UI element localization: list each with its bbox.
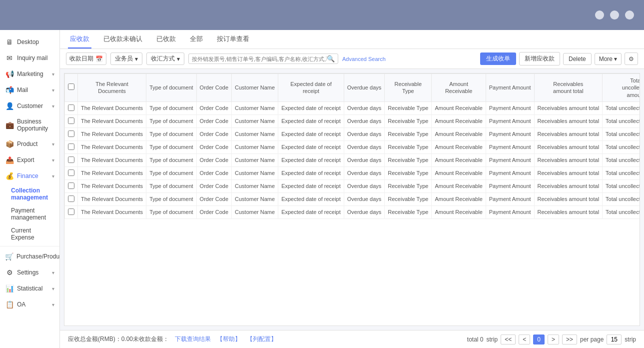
sidebar-item-label: Inquiry mail xyxy=(17,54,54,62)
tab-unconfirmed[interactable]: 已收款未确认 xyxy=(101,30,144,48)
sidebar-item-export[interactable]: 📤 Export ▾ xyxy=(0,152,59,168)
cell-recv-total-7: Receivables amount total xyxy=(534,192,603,206)
cell-customer-5: Customer Name xyxy=(232,166,278,180)
row-checkbox-1[interactable] xyxy=(68,118,74,124)
delete-button[interactable]: Delete xyxy=(563,53,592,65)
footer-left: 应收总金额(RMB)：0.00未收款金额： 下载查询结果 【帮助】 【列配置】 xyxy=(68,335,277,344)
cell-overdue-2: Overdue days xyxy=(344,128,384,140)
help-link[interactable]: 【帮助】 xyxy=(217,335,241,344)
page-first-button[interactable]: << xyxy=(501,334,516,344)
cell-recv-total-0: Receivables amount total xyxy=(534,102,603,114)
page-last-button[interactable]: >> xyxy=(562,334,577,344)
settings-button[interactable]: ⚙ xyxy=(625,52,638,65)
tab-all[interactable]: 全部 xyxy=(188,30,205,48)
row-checkbox-4[interactable] xyxy=(68,156,74,163)
cell-amount-recv-7: Amount Receivable xyxy=(432,192,486,206)
col-header-uncollected: Totaluncollectedamount xyxy=(603,74,640,102)
tab-collected[interactable]: 已收款 xyxy=(154,30,178,48)
col-header-overdue: Overdue days xyxy=(344,74,384,102)
cell-order-code-5: Order Code xyxy=(196,166,231,180)
cell-customer-4: Customer Name xyxy=(232,154,278,166)
sidebar-item-business-opportunity[interactable]: 💼 Business Opportunity xyxy=(0,114,59,136)
page-current-button[interactable]: 0 xyxy=(533,334,545,344)
row-checkbox-6[interactable] xyxy=(68,182,74,189)
cell-payment-6: Payment Amount xyxy=(486,180,534,192)
page-prev-button[interactable]: < xyxy=(519,334,530,344)
sidebar-item-statistical[interactable]: 📊 Statistical ▾ xyxy=(0,280,59,296)
strip-label: strip xyxy=(487,336,498,343)
page-next-button[interactable]: > xyxy=(548,334,559,344)
receivables-table: The RelevantDocuments Type of document O… xyxy=(64,74,640,219)
cell-payment-0: Payment Amount xyxy=(486,102,534,114)
sidebar-item-current-expense[interactable]: Current Expense xyxy=(0,224,59,244)
sidebar-item-payment-management[interactable]: Payment management xyxy=(0,204,59,224)
per-page-input[interactable] xyxy=(607,334,622,344)
table-body: The Relevant Documents Type of document … xyxy=(65,102,641,218)
row-checkbox-cell xyxy=(65,140,78,154)
salesperson-dropdown[interactable]: 业务员 ▾ xyxy=(110,52,142,65)
chevron-down-icon: ▾ xyxy=(52,104,54,109)
sidebar-item-desktop[interactable]: 🖥 Desktop xyxy=(0,34,59,50)
row-checkbox-2[interactable] xyxy=(68,130,74,137)
new-receivable-button[interactable]: 新增应收款 xyxy=(519,52,560,66)
more-dropdown[interactable]: More ▾ xyxy=(595,53,622,65)
sidebar-item-mail[interactable]: 📬 Mail ▾ xyxy=(0,82,59,98)
download-link[interactable]: 下载查询结果 xyxy=(175,335,211,344)
cell-expected-date-2: Expected date of receipt xyxy=(278,128,344,140)
cell-uncollected-5: Total uncollected amount xyxy=(603,166,640,180)
sidebar-item-finance[interactable]: 💰 Finance ▾ xyxy=(0,168,59,184)
payment-method-dropdown[interactable]: 收汇方式 ▾ xyxy=(146,52,184,65)
row-checkbox-8[interactable] xyxy=(68,208,74,215)
table-row: The Relevant Documents Type of document … xyxy=(65,206,641,218)
row-checkbox-cell xyxy=(65,180,78,192)
row-checkbox-3[interactable] xyxy=(68,144,74,150)
row-checkbox-7[interactable] xyxy=(68,196,74,202)
cell-order-code-2: Order Code xyxy=(196,128,231,140)
cell-recv-total-6: Receivables amount total xyxy=(534,180,603,192)
date-filter[interactable]: 收款日期 📅 xyxy=(66,52,106,65)
sidebar-item-marketing[interactable]: 📢 Marketing ▾ xyxy=(0,66,59,82)
cell-payment-5: Payment Amount xyxy=(486,166,534,180)
top-bar-circle-3 xyxy=(625,10,634,20)
sidebar-item-inquiry-mail[interactable]: ✉ Inquiry mail xyxy=(0,50,59,66)
table-row: The Relevant Documents Type of document … xyxy=(65,154,641,166)
sidebar-item-collection-management[interactable]: Collection management xyxy=(0,184,59,204)
tab-receivable[interactable]: 应收款 xyxy=(68,30,91,48)
sidebar-item-purchase-produce[interactable]: 🛒 Purchase/Produce ▾ xyxy=(0,248,59,264)
cell-docs-6: The Relevant Documents xyxy=(78,180,146,192)
sidebar-item-label: OA xyxy=(17,301,49,308)
col-header-docs: The RelevantDocuments xyxy=(78,74,146,102)
cell-doc-type-1: Type of document xyxy=(146,114,196,128)
cell-order-code-4: Order Code xyxy=(196,154,231,166)
calendar-icon: 📅 xyxy=(95,56,103,62)
select-all-checkbox[interactable] xyxy=(68,84,74,90)
search-input[interactable] xyxy=(192,56,327,62)
create-receipt-button[interactable]: 生成收单 xyxy=(480,52,516,65)
config-link[interactable]: 【列配置】 xyxy=(247,335,277,344)
sidebar-item-settings[interactable]: ⚙ Settings ▾ xyxy=(0,264,59,280)
sidebar-item-customer[interactable]: 👤 Customer ▾ xyxy=(0,98,59,114)
advanced-search-link[interactable]: Advanced Search xyxy=(342,56,386,62)
cell-docs-1: The Relevant Documents xyxy=(78,114,146,128)
row-checkbox-0[interactable] xyxy=(68,104,74,111)
cell-overdue-0: Overdue days xyxy=(344,102,384,114)
total-label: total 0 xyxy=(467,336,484,343)
top-bar-circle-2 xyxy=(610,10,619,20)
cell-amount-recv-1: Amount Receivable xyxy=(432,114,486,128)
cell-recv-total-4: Receivables amount total xyxy=(534,154,603,166)
sidebar-item-label: Purchase/Produce xyxy=(16,253,60,260)
tab-by-order[interactable]: 按订单查看 xyxy=(215,30,251,48)
cell-expected-date-4: Expected date of receipt xyxy=(278,154,344,166)
content-area: 应收款 已收款未确认 已收款 全部 按订单查看 收款日期 📅 业务员 ▾ 收汇方… xyxy=(60,30,644,348)
col-header-receivables-total: Receivablesamount total xyxy=(534,74,603,102)
row-checkbox-cell xyxy=(65,114,78,128)
cell-uncollected-6: Total uncollected amount xyxy=(603,180,640,192)
sidebar-item-product[interactable]: 📦 Product ▾ xyxy=(0,136,59,152)
chevron-down-icon: ▾ xyxy=(614,56,617,62)
sidebar-item-oa[interactable]: 📋 OA ▾ xyxy=(0,296,59,312)
table-row: The Relevant Documents Type of document … xyxy=(65,180,641,192)
tabs-bar: 应收款 已收款未确认 已收款 全部 按订单查看 xyxy=(60,30,644,49)
cell-customer-7: Customer Name xyxy=(232,192,278,206)
row-checkbox-5[interactable] xyxy=(68,170,74,176)
table-row: The Relevant Documents Type of document … xyxy=(65,102,641,114)
